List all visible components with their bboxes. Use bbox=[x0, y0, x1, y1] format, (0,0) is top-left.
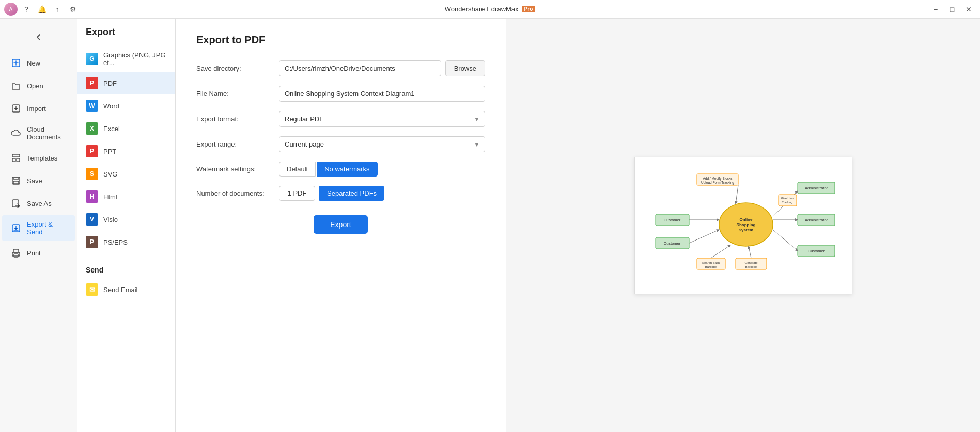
ppt-icon: P bbox=[86, 145, 98, 157]
export-panel-title: Export bbox=[77, 27, 175, 46]
sidebar-item-save-as[interactable]: Save As bbox=[2, 193, 75, 214]
form-panel: Export to PDF Save directory: Browse Fil… bbox=[176, 19, 506, 432]
export-item-graphics[interactable]: G Graphics (PNG, JPG et... bbox=[77, 46, 175, 72]
minimize-button[interactable]: − bbox=[928, 2, 943, 17]
doc-count-field: Separated PDFs bbox=[279, 186, 485, 201]
window-controls: − □ ✕ bbox=[928, 0, 976, 18]
save-directory-label: Save directory: bbox=[196, 65, 279, 72]
svg-icon: S bbox=[86, 168, 98, 180]
svg-text:Upload Form Tracking: Upload Form Tracking bbox=[701, 181, 734, 185]
doc-separated-btn[interactable]: Separated PDFs bbox=[319, 186, 384, 201]
svg-rect-4 bbox=[17, 158, 20, 162]
export-item-visio-label: Visio bbox=[103, 216, 118, 223]
svg-text:System: System bbox=[738, 228, 753, 232]
sidebar: New Open Import Cloud Documents Template… bbox=[0, 19, 77, 432]
preview-panel: Online Shopping System Customer Customer… bbox=[506, 19, 980, 432]
export-format-select[interactable]: Regular PDFPDF/A bbox=[279, 111, 485, 127]
sidebar-item-print-label: Print bbox=[27, 249, 41, 257]
sidebar-item-export[interactable]: Export & Send bbox=[2, 215, 75, 241]
svg-text:Administrator: Administrator bbox=[804, 186, 828, 190]
export-item-visio[interactable]: V Visio bbox=[77, 208, 175, 231]
sidebar-item-templates[interactable]: Templates bbox=[2, 147, 75, 169]
sidebar-item-import-label: Import bbox=[27, 105, 46, 113]
export-item-excel-label: Excel bbox=[103, 125, 120, 133]
export-item-email[interactable]: ✉ Send Email bbox=[77, 278, 175, 301]
sidebar-item-import[interactable]: Import bbox=[2, 98, 75, 119]
sidebar-item-print[interactable]: Print bbox=[2, 242, 75, 264]
watermark-default-btn[interactable]: Default bbox=[279, 162, 316, 177]
sidebar-item-save-as-label: Save As bbox=[27, 200, 52, 207]
export-item-svg[interactable]: S SVG bbox=[77, 163, 175, 185]
sidebar-item-export-label: Export & Send bbox=[27, 220, 67, 236]
export-item-ppt[interactable]: P PPT bbox=[77, 140, 175, 163]
sidebar-item-save-label: Save bbox=[27, 177, 42, 185]
sidebar-item-new[interactable]: New bbox=[2, 52, 75, 74]
svg-text:Customer: Customer bbox=[663, 218, 680, 222]
save-icon bbox=[10, 175, 22, 186]
svg-rect-6 bbox=[14, 177, 18, 180]
svg-text:Customer: Customer bbox=[663, 241, 680, 246]
export-item-pdf[interactable]: P PDF bbox=[77, 72, 175, 94]
watermark-label: Watermark settings: bbox=[196, 165, 279, 173]
save-directory-row: Save directory: Browse bbox=[196, 60, 485, 76]
export-item-html[interactable]: H Html bbox=[77, 185, 175, 208]
word-icon: W bbox=[86, 100, 98, 112]
export-button[interactable]: Export bbox=[314, 215, 367, 234]
export-range-label: Export range: bbox=[196, 140, 279, 148]
avatar: A bbox=[4, 3, 18, 16]
svg-rect-7 bbox=[13, 181, 19, 184]
export-item-html-label: Html bbox=[103, 193, 117, 201]
print-icon bbox=[10, 247, 22, 259]
svg-text:Tracking: Tracking bbox=[782, 201, 792, 204]
sidebar-item-new-label: New bbox=[27, 59, 40, 67]
maximize-button[interactable]: □ bbox=[945, 2, 959, 17]
export-range-select[interactable]: Current pageAll pagesCustom bbox=[279, 136, 485, 152]
export-item-ppt-label: PPT bbox=[103, 148, 116, 155]
visio-icon: V bbox=[86, 213, 98, 226]
svg-text:Shopping: Shopping bbox=[736, 222, 755, 227]
export-format-row: Export format: Regular PDFPDF/A ▼ bbox=[196, 111, 485, 127]
open-icon bbox=[10, 80, 22, 91]
cloud-icon bbox=[10, 127, 22, 139]
svg-text:Barcode: Barcode bbox=[745, 265, 757, 268]
diagram-preview: Online Shopping System Customer Customer… bbox=[645, 168, 842, 281]
svg-text:Administrator: Administrator bbox=[804, 218, 828, 222]
sidebar-item-open[interactable]: Open bbox=[2, 75, 75, 97]
svg-rect-12 bbox=[14, 254, 18, 257]
sidebar-item-save[interactable]: Save bbox=[2, 170, 75, 191]
watermark-field: Default No watermarks bbox=[279, 162, 485, 177]
sidebar-item-open-label: Open bbox=[27, 82, 43, 90]
export-item-word[interactable]: W Word bbox=[77, 94, 175, 117]
titlebar-title: Wondershare EdrawMax Pro bbox=[445, 5, 536, 13]
send-section-title: Send bbox=[77, 258, 175, 278]
export-item-graphics-label: Graphics (PNG, JPG et... bbox=[103, 51, 167, 67]
svg-rect-2 bbox=[12, 154, 20, 157]
export-format-field: Regular PDFPDF/A ▼ bbox=[279, 111, 485, 127]
titlebar: A ? 🔔 ↑ ⚙ Wondershare EdrawMax Pro − □ ✕ bbox=[0, 0, 980, 19]
watermark-no-btn[interactable]: No watermarks bbox=[317, 162, 377, 177]
templates-icon bbox=[10, 152, 22, 164]
titlebar-left: A ? 🔔 ↑ ⚙ bbox=[4, 0, 79, 18]
save-directory-input[interactable] bbox=[279, 60, 441, 76]
share-icon[interactable]: ↑ bbox=[52, 4, 63, 15]
sidebar-item-cloud[interactable]: Cloud Documents bbox=[2, 120, 75, 146]
close-button[interactable]: ✕ bbox=[961, 2, 976, 17]
doc-count-row: Number of documents: Separated PDFs bbox=[196, 186, 485, 201]
notification-icon[interactable]: 🔔 bbox=[36, 4, 48, 15]
settings-icon[interactable]: ⚙ bbox=[67, 4, 79, 15]
export-range-field: Current pageAll pagesCustom ▼ bbox=[279, 136, 485, 152]
browse-button[interactable]: Browse bbox=[445, 60, 485, 76]
export-item-pdf-label: PDF bbox=[103, 79, 117, 87]
help-icon[interactable]: ? bbox=[21, 4, 32, 15]
svg-rect-3 bbox=[12, 158, 15, 162]
email-icon: ✉ bbox=[86, 283, 98, 296]
back-button[interactable] bbox=[28, 27, 49, 47]
export-icon bbox=[10, 222, 22, 234]
doc-count-input[interactable] bbox=[279, 186, 315, 201]
sidebar-item-templates-label: Templates bbox=[27, 154, 57, 162]
export-item-pseps[interactable]: P PS/EPS bbox=[77, 231, 175, 253]
svg-text:Search Back: Search Back bbox=[702, 261, 720, 264]
export-item-excel[interactable]: X Excel bbox=[77, 117, 175, 140]
file-name-input[interactable] bbox=[279, 86, 485, 102]
sidebar-item-cloud-label: Cloud Documents bbox=[27, 125, 67, 141]
